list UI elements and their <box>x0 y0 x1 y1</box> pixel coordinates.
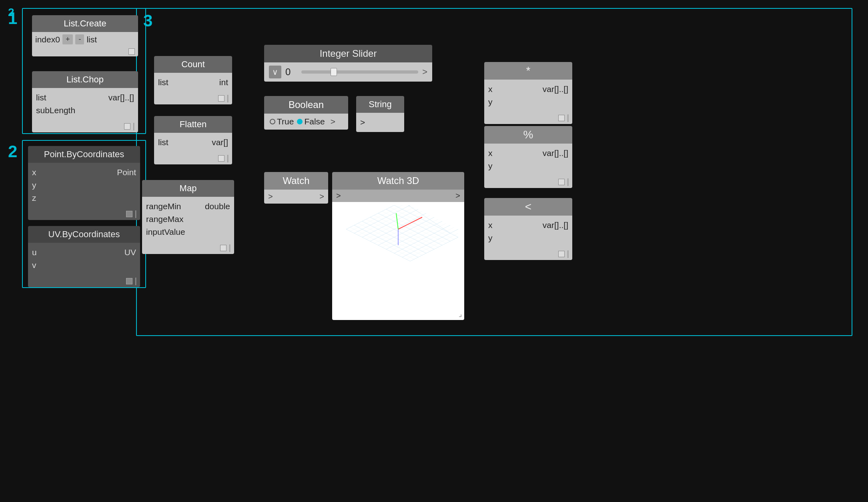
list-create-index: index0 <box>35 35 60 44</box>
grid-group <box>346 205 458 261</box>
slider-thumb[interactable] <box>331 68 337 76</box>
slider-right-arrow: > <box>422 67 427 77</box>
uv-body: u UV v <box>28 243 140 275</box>
multiply-header: * <box>484 62 572 80</box>
multiply-footer: | <box>484 112 572 124</box>
region-label-2: 2 <box>8 142 17 161</box>
flatten-pipe: | <box>227 154 229 163</box>
svg-line-30 <box>406 233 458 259</box>
count-list: list <box>158 78 168 87</box>
watch3d-toolbar: > > <box>332 190 464 202</box>
uv-header: UV.ByCoordinates <box>28 226 140 243</box>
modulo-row-y: y <box>488 160 568 172</box>
point-checkbox[interactable] <box>126 211 132 217</box>
map-checkbox[interactable] <box>220 245 227 251</box>
list-create-header: List.Create <box>32 15 138 32</box>
boolean-arrow: > <box>331 117 335 126</box>
slider-value: 0 <box>285 66 297 78</box>
point-by-coordinates-node: Point.ByCoordinates x Point y z | <box>28 146 140 220</box>
multiply-output: var[]..[] <box>543 84 568 94</box>
region-label-1: 1 <box>8 9 17 28</box>
multiply-row-y: y <box>488 96 568 108</box>
list-create-footer <box>32 47 138 56</box>
flatten-header: Flatten <box>154 116 232 133</box>
uv-u-label: u <box>32 248 37 257</box>
boolean-header: Boolean <box>264 96 348 114</box>
lessthan-x: x <box>488 220 493 230</box>
list-chop-body: list var[]..[] subLength <box>32 88 138 120</box>
count-checkbox[interactable] <box>218 95 225 102</box>
watch-header: Watch <box>264 172 328 190</box>
watch3d-left-arrow: > <box>336 191 341 200</box>
uv-pipe: | <box>135 276 137 286</box>
watch3d-svg <box>334 205 462 317</box>
list-chop-pipe: | <box>133 122 135 131</box>
lessthan-y: y <box>488 233 493 243</box>
flatten-node: Flatten list var[] | <box>154 116 232 164</box>
list-chop-list: list <box>36 93 46 102</box>
boolean-false-option[interactable]: False <box>297 117 325 126</box>
count-output: int <box>219 78 228 87</box>
lessthan-body: x var[]..[] y <box>484 216 572 248</box>
boolean-true-radio[interactable] <box>270 119 275 124</box>
boolean-false-radio[interactable] <box>297 119 303 124</box>
point-y-label: y <box>32 180 36 190</box>
lessthan-row-y: y <box>488 232 568 244</box>
flatten-output: var[] <box>212 138 228 147</box>
map-rangemin: rangeMin <box>146 202 181 211</box>
modulo-checkbox[interactable] <box>558 179 565 185</box>
lessthan-row-x: x var[]..[] <box>488 219 568 232</box>
lessthan-checkbox[interactable] <box>558 251 565 257</box>
multiply-node: * x var[]..[] y | <box>484 62 572 124</box>
list-chop-checkbox[interactable] <box>124 123 130 130</box>
modulo-x: x <box>488 148 493 158</box>
map-output: double <box>205 202 230 211</box>
count-body: list int <box>154 73 232 92</box>
string-header: String <box>356 96 404 113</box>
list-chop-sublength: subLength <box>36 106 75 115</box>
region-label-3: 3 <box>143 11 152 30</box>
map-inputvalue: inputValue <box>146 227 185 237</box>
list-chop-header: List.Chop <box>32 71 138 88</box>
svg-line-7 <box>402 205 450 233</box>
slider-header: Integer Slider <box>264 45 432 62</box>
slider-track[interactable] <box>301 70 418 74</box>
point-row-x: x Point <box>32 166 136 179</box>
watch-left-arrow: > <box>268 192 273 201</box>
watch3d-resize-icon[interactable]: ⌟ <box>459 310 462 318</box>
integer-slider-node: Integer Slider ∨ 0 > <box>264 45 432 82</box>
multiply-checkbox[interactable] <box>558 115 565 121</box>
flatten-checkbox[interactable] <box>218 155 225 162</box>
flatten-footer: | <box>154 152 232 164</box>
multiply-x: x <box>488 84 493 94</box>
list-create-checkbox[interactable] <box>128 48 135 55</box>
lessthan-pipe: | <box>567 249 569 258</box>
watch-node: Watch > > <box>264 172 328 204</box>
list-chop-output: var[]..[] <box>108 93 134 102</box>
list-chop-node: List.Chop list var[]..[] subLength | <box>32 71 138 132</box>
list-create-node: List.Create index0 + - list <box>32 15 138 56</box>
modulo-footer: | <box>484 176 572 188</box>
boolean-true-option[interactable]: True <box>270 117 294 126</box>
boolean-true-label: True <box>277 117 294 126</box>
list-create-minus[interactable]: - <box>75 34 84 44</box>
string-arrow: > <box>360 118 365 127</box>
point-footer: | <box>28 208 140 220</box>
flatten-row: list var[] <box>158 136 228 149</box>
uv-checkbox[interactable] <box>126 278 132 284</box>
watch3d-node: Watch 3D > > <box>332 172 464 320</box>
count-header: Count <box>154 56 232 73</box>
uv-by-coordinates-node: UV.ByCoordinates u UV v | <box>28 226 140 287</box>
list-create-plus[interactable]: + <box>62 34 73 44</box>
list-chop-row-2: subLength <box>36 104 134 117</box>
point-x-label: x <box>32 168 36 177</box>
uv-footer: | <box>28 275 140 287</box>
svg-line-31 <box>398 217 422 229</box>
modulo-output: var[]..[] <box>543 148 568 158</box>
map-footer: | <box>142 242 234 254</box>
slider-dropdown-btn[interactable]: ∨ <box>269 66 281 78</box>
map-row-rangemax: rangeMax <box>146 213 230 226</box>
boolean-false-label: False <box>304 117 325 126</box>
slider-body: ∨ 0 > <box>264 62 432 82</box>
uv-row-v: v <box>32 259 136 272</box>
